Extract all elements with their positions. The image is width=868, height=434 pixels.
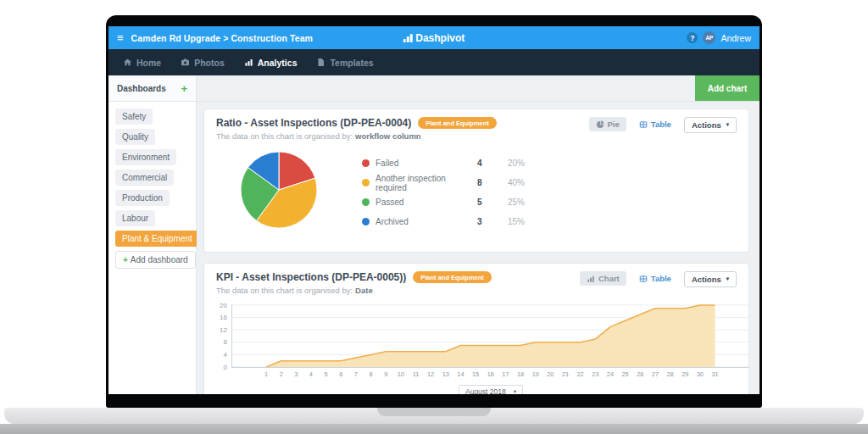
team-badge: Plant and Equipment (418, 117, 497, 129)
card-header: Ratio - Asset Inspections (DP-PEA-0004) … (204, 109, 748, 141)
svg-text:18: 18 (517, 370, 524, 378)
tab-home[interactable]: Home (123, 58, 161, 68)
table-view-button[interactable]: Table (632, 117, 678, 131)
dashboards-title: Dashboards (117, 84, 166, 93)
caret-down-icon: ▾ (726, 122, 729, 128)
svg-text:9: 9 (384, 370, 387, 378)
sidebar-header: Dashboards + (108, 75, 197, 101)
card-subtitle: The data on this chart is organised by:D… (216, 286, 492, 295)
card-subtitle: The data on this chart is organised by:w… (216, 131, 497, 141)
month-selector[interactable]: August 2018 ▾ (459, 385, 523, 395)
actions-button[interactable]: Actions ▾ (684, 271, 737, 287)
plus-icon: + (123, 255, 128, 264)
svg-text:14: 14 (457, 370, 464, 378)
sidebar-item-production[interactable]: Production (115, 190, 170, 206)
card-title: Ratio - Asset Inspections (DP-PEA-0004) (216, 117, 411, 129)
laptop-base (4, 408, 864, 424)
legend-row: Another inspection required 8 40% (362, 173, 542, 192)
svg-text:7: 7 (354, 370, 358, 378)
area-chart[interactable]: 0481216201234567891011121314151617181920… (204, 302, 748, 382)
card-title: KPI - Asset Inspections (DP-PEA-0005)) (216, 271, 406, 283)
breadcrumb[interactable]: Camden Rd Upgrade > Construction Team (131, 33, 313, 43)
svg-text:8: 8 (369, 370, 372, 378)
chart-card-ratio: Ratio - Asset Inspections (DP-PEA-0004) … (203, 108, 749, 253)
svg-text:10: 10 (398, 370, 404, 378)
svg-text:19: 19 (532, 370, 539, 378)
svg-text:31: 31 (711, 370, 718, 378)
svg-text:25: 25 (622, 370, 629, 378)
svg-text:26: 26 (637, 370, 643, 378)
table-icon (639, 275, 648, 283)
svg-text:27: 27 (652, 370, 659, 378)
tab-templates[interactable]: Templates (316, 58, 373, 68)
svg-text:1: 1 (264, 370, 268, 378)
card-header-right: Chart Table Actions ▾ (580, 271, 737, 295)
svg-text:29: 29 (682, 370, 688, 378)
tab-photos[interactable]: Photos (181, 58, 225, 68)
laptop-notch (377, 408, 491, 416)
svg-text:11: 11 (413, 370, 420, 378)
bar-chart-icon (587, 275, 595, 283)
sidebar-item-plant-equipment[interactable]: Plant & Equipment (115, 231, 199, 247)
app-logo: Dashpivot (403, 32, 465, 44)
caret-down-icon: ▾ (726, 276, 729, 282)
legend-row: Failed 4 20% (362, 153, 542, 173)
chart-view-button[interactable]: Chart (580, 271, 626, 286)
legend-dot (362, 179, 370, 186)
camera-icon (181, 58, 190, 67)
tab-analytics[interactable]: Analytics (244, 58, 298, 68)
laptop-screen: ≡ Camden Rd Upgrade > Construction Team … (106, 15, 762, 408)
help-icon[interactable]: ? (687, 32, 698, 43)
menu-icon[interactable]: ≡ (117, 32, 124, 43)
add-dashboard-button[interactable]: +Add dashboard (115, 251, 196, 269)
svg-text:0: 0 (224, 364, 228, 371)
avatar[interactable]: AP (703, 31, 715, 44)
sidebar-item-commercial[interactable]: Commercial (115, 170, 174, 186)
sidebar-item-labour[interactable]: Labour (115, 210, 155, 226)
pie-legend: Failed 4 20% Another inspection required… (362, 153, 542, 231)
main-content: Ratio - Asset Inspections (DP-PEA-0004) … (197, 102, 760, 394)
card-header-right: Pie Table Actions ▾ (589, 117, 737, 141)
svg-text:13: 13 (442, 370, 449, 378)
table-icon (639, 120, 648, 129)
actions-button[interactable]: Actions ▾ (684, 117, 737, 133)
svg-text:16: 16 (487, 370, 494, 378)
legend-row: Passed 5 25% (362, 192, 542, 212)
svg-text:5: 5 (325, 370, 328, 378)
card-header-left: KPI - Asset Inspections (DP-PEA-0005)) P… (216, 271, 492, 295)
svg-text:3: 3 (294, 370, 298, 378)
file-icon (316, 58, 326, 67)
pie-chart[interactable] (238, 149, 320, 231)
add-chart-button[interactable]: Add chart (695, 75, 760, 101)
table-view-button[interactable]: Table (632, 271, 678, 286)
sidebar-item-quality[interactable]: Quality (115, 129, 155, 145)
svg-text:28: 28 (666, 370, 673, 378)
add-dashboard-plus-icon[interactable]: + (181, 82, 187, 95)
svg-text:12: 12 (427, 370, 434, 378)
svg-text:20: 20 (547, 370, 554, 378)
svg-text:20: 20 (220, 302, 227, 309)
legend-dot (362, 218, 370, 225)
logo-text: Dashpivot (415, 32, 465, 44)
legend-row: Archived 3 15% (362, 212, 542, 231)
card-header-left: Ratio - Asset Inspections (DP-PEA-0004) … (216, 117, 497, 141)
svg-text:16: 16 (220, 314, 227, 321)
home-icon (123, 58, 132, 67)
user-name[interactable]: Andrew (721, 33, 751, 43)
topbar: ≡ Camden Rd Upgrade > Construction Team … (108, 26, 760, 49)
main-nav: Home Photos Analytics Templates (108, 49, 760, 75)
svg-text:4: 4 (309, 370, 313, 378)
card-header: KPI - Asset Inspections (DP-PEA-0005)) P… (204, 264, 748, 295)
svg-text:17: 17 (502, 370, 509, 378)
svg-text:8: 8 (224, 338, 228, 346)
pie-view-button[interactable]: Pie (589, 117, 626, 131)
caret-down-icon: ▾ (514, 389, 516, 394)
svg-text:22: 22 (577, 370, 584, 378)
svg-text:2: 2 (280, 370, 283, 378)
logo-bars-icon (403, 34, 413, 42)
pie-card-body: Failed 4 20% Another inspection required… (204, 149, 748, 231)
dashboards-sidebar: Safety Quality Environment Commercial Pr… (108, 102, 197, 394)
sidebar-item-environment[interactable]: Environment (115, 149, 176, 165)
svg-text:15: 15 (472, 370, 479, 378)
sidebar-item-safety[interactable]: Safety (115, 108, 153, 125)
